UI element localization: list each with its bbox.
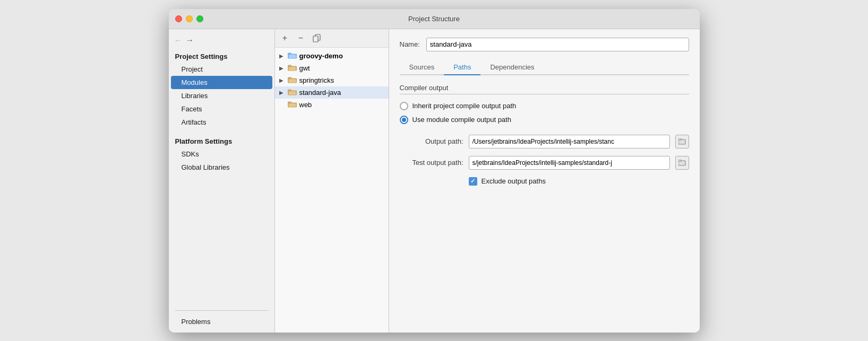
name-label: Name: xyxy=(400,40,420,48)
module-item-gwt[interactable]: ▶ gwt xyxy=(275,62,389,74)
output-path-browse-button[interactable] xyxy=(675,135,689,148)
add-module-button[interactable]: + xyxy=(279,32,291,44)
output-path-label: Output path: xyxy=(400,137,463,145)
compiler-output-header: Compiler output xyxy=(400,84,689,94)
module-item-standard-java[interactable]: ▶ standard-java xyxy=(275,86,389,99)
name-row: Name: xyxy=(400,38,689,51)
svg-rect-13 xyxy=(288,91,296,94)
main-panel: Name: Sources Paths Dependencies Compile… xyxy=(389,29,700,333)
test-output-path-label: Test output path: xyxy=(400,159,463,167)
svg-rect-9 xyxy=(288,77,291,80)
sidebar-divider xyxy=(175,310,268,311)
output-path-row: Output path: xyxy=(400,135,689,148)
folder-icon xyxy=(288,64,297,72)
radio-circle-use-module xyxy=(400,116,408,124)
sidebar-item-global-libraries[interactable]: Global Libraries xyxy=(169,161,274,174)
close-button[interactable] xyxy=(175,15,182,22)
module-item-web[interactable]: ▶ web xyxy=(275,99,389,111)
back-arrow-icon[interactable]: ← xyxy=(174,36,183,45)
tab-sources[interactable]: Sources xyxy=(400,60,444,75)
nav-arrows: ← → xyxy=(169,33,274,49)
folder-icon xyxy=(288,101,297,108)
module-item-springtricks[interactable]: ▶ springtricks xyxy=(275,74,389,86)
output-path-input[interactable] xyxy=(469,135,670,148)
remove-module-button[interactable]: − xyxy=(295,32,307,44)
folder-icon xyxy=(288,76,297,84)
sidebar-item-problems[interactable]: Problems xyxy=(169,315,274,328)
tree-expand-icon: ▶ xyxy=(279,77,286,83)
forward-arrow-icon[interactable]: → xyxy=(186,36,194,45)
tree-expand-icon: ▶ xyxy=(279,53,286,59)
svg-rect-10 xyxy=(288,79,296,82)
content-area: ← → Project Settings Project Modules Lib… xyxy=(169,29,700,333)
traffic-lights xyxy=(175,15,203,22)
project-settings-header: Project Settings xyxy=(169,49,274,63)
sidebar-item-modules[interactable]: Modules xyxy=(171,76,272,89)
tab-dependencies[interactable]: Dependencies xyxy=(480,60,544,75)
module-name: standard-java xyxy=(299,89,341,97)
module-name-input[interactable] xyxy=(426,38,689,51)
sidebar-item-project[interactable]: Project xyxy=(169,63,274,76)
radio-use-module-label: Use module compile output path xyxy=(412,116,511,124)
sidebar: ← → Project Settings Project Modules Lib… xyxy=(169,29,275,333)
module-panel: + − ▶ xyxy=(275,29,389,333)
svg-rect-15 xyxy=(288,102,291,104)
svg-rect-7 xyxy=(288,67,296,70)
tab-paths[interactable]: Paths xyxy=(444,60,480,75)
sidebar-item-artifacts[interactable]: Artifacts xyxy=(169,116,274,129)
radio-inherit-label: Inherit project compile output path xyxy=(412,102,517,110)
radio-inherit[interactable]: Inherit project compile output path xyxy=(400,102,689,110)
project-structure-window: Project Structure ← → Project Settings P… xyxy=(169,9,700,333)
svg-rect-4 xyxy=(288,55,296,58)
sidebar-item-facets[interactable]: Facets xyxy=(169,102,274,116)
test-output-path-browse-button[interactable] xyxy=(675,156,689,170)
module-item-groovy-demo[interactable]: ▶ groovy-demo xyxy=(275,50,389,62)
copy-module-button[interactable] xyxy=(311,32,323,44)
window-title: Project Structure xyxy=(408,15,460,23)
titlebar: Project Structure xyxy=(169,9,700,29)
platform-settings-header: Platform Settings xyxy=(169,134,274,147)
svg-rect-16 xyxy=(288,103,296,107)
svg-rect-3 xyxy=(288,53,291,55)
module-toolbar: + − xyxy=(275,29,389,48)
radio-group: Inherit project compile output path Use … xyxy=(400,102,689,124)
maximize-button[interactable] xyxy=(196,15,203,22)
module-list: ▶ groovy-demo ▶ xyxy=(275,48,389,333)
tree-expand-icon: ▶ xyxy=(279,90,286,95)
exclude-output-paths-row: Exclude output paths xyxy=(469,177,689,186)
tabs: Sources Paths Dependencies xyxy=(400,60,689,75)
tree-expand-icon: ▶ xyxy=(279,65,286,71)
sidebar-item-libraries[interactable]: Libraries xyxy=(169,89,274,102)
svg-rect-12 xyxy=(288,90,291,92)
exclude-output-paths-label: Exclude output paths xyxy=(482,177,546,185)
test-output-path-input[interactable] xyxy=(469,156,670,170)
svg-rect-1 xyxy=(313,36,318,42)
svg-rect-20 xyxy=(678,160,681,161)
radio-use-module[interactable]: Use module compile output path xyxy=(400,116,689,124)
exclude-output-paths-checkbox[interactable] xyxy=(469,177,477,186)
minimize-button[interactable] xyxy=(186,15,193,22)
folder-icon xyxy=(288,52,297,59)
module-name: gwt xyxy=(299,64,310,72)
svg-rect-6 xyxy=(288,65,291,67)
test-output-path-row: Test output path: xyxy=(400,156,689,170)
module-name: groovy-demo xyxy=(299,52,343,60)
sidebar-bottom: Problems xyxy=(169,306,274,333)
sidebar-item-sdks[interactable]: SDKs xyxy=(169,147,274,161)
folder-icon xyxy=(288,89,297,96)
module-name: springtricks xyxy=(299,76,334,84)
module-name: web xyxy=(299,101,312,109)
radio-circle-inherit xyxy=(400,102,408,110)
svg-rect-18 xyxy=(678,138,681,140)
